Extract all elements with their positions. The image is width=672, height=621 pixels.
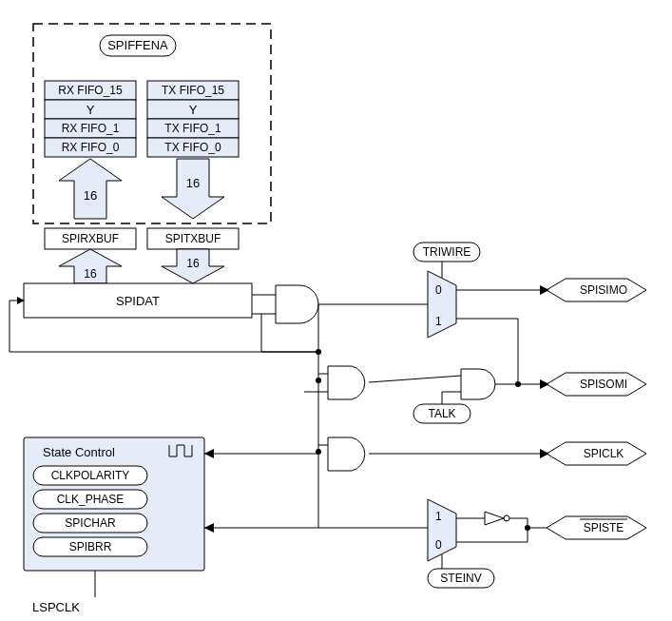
inverter-icon [485, 512, 504, 525]
rx-big-arrow-up: 16 [59, 159, 122, 219]
svg-text:16: 16 [84, 188, 97, 203]
svg-point-37 [316, 349, 321, 355]
tx-big-arrow-down: 16 [162, 159, 224, 219]
svg-line-42 [369, 376, 461, 382]
rx-big-arrow-up2: 16 [59, 249, 122, 283]
svg-text:CLKPOLARITY: CLKPOLARITY [51, 469, 130, 482]
svg-text:16: 16 [84, 267, 97, 281]
svg-text:0: 0 [435, 283, 442, 297]
lspclk-label: LSPCLK [32, 600, 80, 614]
svg-text:TX FIFO_15: TX FIFO_15 [162, 84, 224, 97]
svg-text:1: 1 [435, 510, 442, 523]
svg-text:TALK: TALK [428, 407, 455, 420]
spiclk-port: SPICLK [547, 442, 646, 465]
tx-big-arrow-down2: 16 [162, 249, 224, 283]
spiffena-label: SPIFFENA [107, 38, 168, 52]
svg-text:SPICLK: SPICLK [584, 447, 624, 460]
svg-point-32 [316, 378, 321, 383]
tx-fifo-stack: TX FIFO_15 Y TX FIFO_1 TX FIFO_0 [147, 81, 239, 157]
svg-text:TRIWIRE: TRIWIRE [423, 245, 471, 259]
svg-text:Y: Y [189, 103, 198, 117]
svg-text:16: 16 [186, 176, 200, 190]
svg-text:16: 16 [186, 257, 200, 270]
spisimo-port: SPISIMO [547, 279, 646, 301]
svg-text:RX FIFO_0: RX FIFO_0 [62, 141, 120, 154]
state-control-title: State Control [43, 445, 115, 459]
rx-fifo-stack: RX FIFO_15 Y RX FIFO_1 RX FIFO_0 [45, 81, 136, 157]
svg-text:SPIBRR: SPIBRR [69, 540, 112, 553]
svg-text:RX FIFO_15: RX FIFO_15 [58, 84, 123, 97]
mux-steinv [428, 499, 456, 561]
spiste-port: SPISTE [547, 516, 646, 539]
svg-text:SPITXBUF: SPITXBUF [165, 232, 221, 245]
svg-text:SPISIMO: SPISIMO [580, 283, 627, 297]
and-gate-3 [328, 437, 365, 471]
spisomi-port: SPISOMI [547, 373, 646, 396]
and-gate-1 [276, 285, 318, 323]
svg-text:SPISTE: SPISTE [584, 521, 624, 534]
svg-text:TX FIFO_1: TX FIFO_1 [164, 122, 221, 135]
svg-text:CLK_PHASE: CLK_PHASE [57, 493, 125, 506]
svg-text:SPICHAR: SPICHAR [65, 516, 116, 530]
svg-text:RX FIFO_1: RX FIFO_1 [62, 122, 120, 135]
svg-point-74 [525, 525, 530, 531]
and-gate-talk [461, 369, 495, 399]
svg-text:1: 1 [435, 315, 442, 328]
svg-text:SPISOMI: SPISOMI [580, 378, 627, 391]
svg-text:STEINV: STEINV [440, 572, 481, 585]
svg-point-70 [504, 515, 509, 521]
svg-text:Y: Y [86, 103, 95, 117]
mux-triwire [428, 271, 456, 338]
and-gate-2 [328, 366, 365, 399]
svg-text:SPIRXBUF: SPIRXBUF [62, 232, 119, 245]
svg-text:TX FIFO_0: TX FIFO_0 [164, 141, 221, 154]
svg-text:0: 0 [435, 538, 442, 552]
svg-text:SPIDAT: SPIDAT [116, 294, 160, 308]
